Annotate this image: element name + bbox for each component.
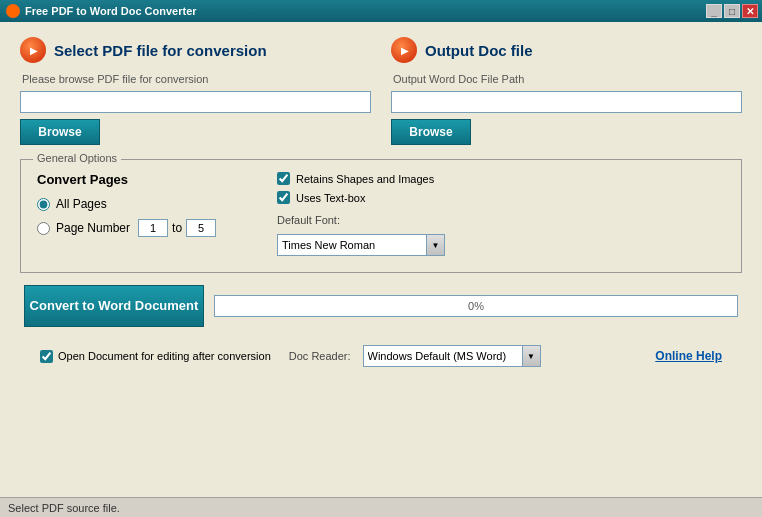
options-legend: General Options — [33, 152, 121, 164]
retains-shapes-label: Retains Shapes and Images — [296, 173, 434, 185]
convert-button[interactable]: Convert to Word Document — [24, 285, 204, 327]
title-bar-left: Free PDF to Word Doc Converter — [6, 4, 197, 18]
radio-group: All Pages Page Number to — [37, 197, 237, 237]
left-panel-title: Select PDF file for conversion — [54, 42, 267, 59]
title-bar-controls: _ □ ✕ — [706, 4, 758, 18]
open-doc-checkbox[interactable] — [40, 350, 53, 363]
convert-bar: Convert to Word Document 0% — [20, 285, 742, 327]
status-bar: Select PDF source file. — [0, 497, 762, 517]
pdf-file-input[interactable] — [20, 91, 371, 113]
left-panel: Select PDF file for conversion Please br… — [20, 37, 371, 145]
open-doc-label: Open Document for editing after conversi… — [58, 350, 271, 362]
font-select-wrapper: Times New Roman Arial Helvetica Courier … — [277, 234, 725, 256]
right-panel-header: Output Doc file — [391, 37, 742, 63]
general-options-frame: General Options Convert Pages All Pages … — [20, 159, 742, 273]
font-select-arrow[interactable]: ▼ — [427, 234, 445, 256]
right-panel: Output Doc file Output Word Doc File Pat… — [391, 37, 742, 145]
convert-pages-title: Convert Pages — [37, 172, 237, 187]
left-panel-header: Select PDF file for conversion — [20, 37, 371, 63]
page-from-input[interactable] — [138, 219, 168, 237]
all-pages-radio[interactable] — [37, 198, 50, 211]
uses-textbox-label: Uses Text-box — [296, 192, 366, 204]
all-pages-radio-item: All Pages — [37, 197, 237, 211]
online-help-link[interactable]: Online Help — [655, 349, 722, 363]
uses-textbox-item: Uses Text-box — [277, 191, 725, 204]
page-to-input[interactable] — [186, 219, 216, 237]
right-options: Retains Shapes and Images Uses Text-box … — [277, 172, 725, 256]
page-range: to — [138, 219, 216, 237]
right-panel-label: Output Word Doc File Path — [393, 73, 742, 85]
uses-textbox-checkbox[interactable] — [277, 191, 290, 204]
output-file-input[interactable] — [391, 91, 742, 113]
to-label: to — [172, 221, 182, 235]
retains-shapes-checkbox[interactable] — [277, 172, 290, 185]
right-panel-icon — [391, 37, 417, 63]
convert-button-label: Convert to Word Document — [30, 298, 199, 315]
output-browse-button[interactable]: Browse — [391, 119, 471, 145]
main-window: Select PDF file for conversion Please br… — [0, 22, 762, 517]
doc-reader-label: Doc Reader: — [289, 350, 351, 362]
app-icon — [6, 4, 20, 18]
retains-shapes-item: Retains Shapes and Images — [277, 172, 725, 185]
open-doc-item: Open Document for editing after conversi… — [40, 350, 271, 363]
pdf-browse-button[interactable]: Browse — [20, 119, 100, 145]
progress-text: 0% — [468, 300, 484, 312]
doc-reader-select-wrapper: Windows Default (MS Word) Microsoft Word… — [363, 345, 541, 367]
page-number-label: Page Number — [56, 221, 130, 235]
maximize-button[interactable]: □ — [724, 4, 740, 18]
left-panel-label: Please browse PDF file for conversion — [22, 73, 371, 85]
footer-bar: Open Document for editing after conversi… — [20, 339, 742, 373]
options-content: Convert Pages All Pages Page Number to — [37, 172, 725, 256]
doc-reader-select-arrow[interactable]: ▼ — [523, 345, 541, 367]
default-font-label: Default Font: — [277, 214, 725, 226]
top-panels: Select PDF file for conversion Please br… — [20, 37, 742, 145]
left-panel-icon — [20, 37, 46, 63]
status-text: Select PDF source file. — [8, 502, 120, 514]
minimize-button[interactable]: _ — [706, 4, 722, 18]
right-panel-title: Output Doc file — [425, 42, 533, 59]
title-bar-text: Free PDF to Word Doc Converter — [25, 5, 197, 17]
doc-reader-select[interactable]: Windows Default (MS Word) Microsoft Word… — [363, 345, 523, 367]
close-button[interactable]: ✕ — [742, 4, 758, 18]
progress-bar-container: 0% — [214, 295, 738, 317]
left-options: Convert Pages All Pages Page Number to — [37, 172, 237, 256]
page-number-radio[interactable] — [37, 222, 50, 235]
font-select[interactable]: Times New Roman Arial Helvetica Courier … — [277, 234, 427, 256]
content-area: Select PDF file for conversion Please br… — [0, 22, 762, 497]
page-number-radio-item: Page Number to — [37, 219, 237, 237]
title-bar: Free PDF to Word Doc Converter _ □ ✕ — [0, 0, 762, 22]
all-pages-label: All Pages — [56, 197, 107, 211]
